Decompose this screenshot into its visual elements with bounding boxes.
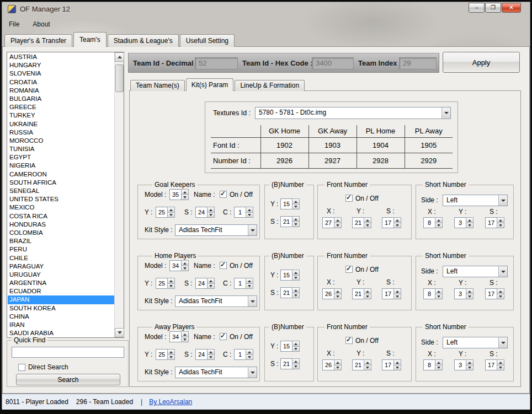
textures-id-select[interactable]: 5780 - 5781 - Dt0c.img <box>255 107 451 119</box>
team-list-item[interactable]: SOUTH KOREA <box>8 304 114 313</box>
spinner-down-icon[interactable] <box>393 294 401 300</box>
name-onoff-checkbox[interactable] <box>220 191 227 198</box>
spinner-down-icon[interactable] <box>393 223 401 229</box>
team-list-item[interactable]: CHINA <box>8 313 114 321</box>
spinner-down-icon[interactable] <box>181 266 189 272</box>
scroll-up-button[interactable] <box>115 52 124 62</box>
model-spinner[interactable]: 34 <box>169 331 189 342</box>
close-button[interactable]: ✕ <box>502 3 521 13</box>
search-button[interactable]: Search <box>16 374 120 385</box>
spinner-down-icon[interactable] <box>497 294 504 300</box>
team-list-item[interactable]: ROMANIA <box>8 87 114 95</box>
spinner-up-icon[interactable] <box>497 359 504 365</box>
team-list-item[interactable]: SENEGAL <box>8 187 114 195</box>
scroll-thumb[interactable] <box>115 64 124 92</box>
spinner-up-icon[interactable] <box>246 207 253 213</box>
tab-players-transfer[interactable]: Player's & Transfer <box>4 34 72 47</box>
front-x-spinner[interactable]: 26 <box>322 359 342 370</box>
team-list-item[interactable]: RUSSIA <box>8 128 114 137</box>
spinner-up-icon[interactable] <box>334 217 342 223</box>
team-list-item[interactable]: CROATIA <box>8 78 114 87</box>
kit-style-select[interactable]: Adidas TechFit <box>175 224 257 236</box>
scroll-down-button[interactable] <box>115 328 124 337</box>
spinner-down-icon[interactable] <box>435 294 443 300</box>
front-s-spinner[interactable]: 17 <box>382 217 401 228</box>
spinner-down-icon[interactable] <box>292 222 300 228</box>
team-list-item[interactable]: URUGUAY <box>8 271 114 279</box>
bnumber-y-spinner[interactable]: 15 <box>280 198 300 209</box>
spinner-up-icon[interactable] <box>181 331 189 337</box>
chevron-down-icon[interactable] <box>498 195 507 206</box>
short-y-spinner[interactable]: 3 <box>454 359 474 370</box>
spinner-down-icon[interactable] <box>167 213 175 218</box>
c-spinner[interactable]: 1 <box>234 278 253 289</box>
spinner-up-icon[interactable] <box>207 349 215 355</box>
spinner-up-icon[interactable] <box>292 270 300 276</box>
team-list-item[interactable]: SAUDI ARABIA <box>8 329 114 337</box>
kit-style-select[interactable]: Adidas TechFit <box>175 295 257 307</box>
spinner-up-icon[interactable] <box>466 359 474 365</box>
short-x-spinner[interactable]: 8 <box>423 359 443 370</box>
name-onoff-checkbox[interactable] <box>220 262 227 269</box>
spinner-up-icon[interactable] <box>292 216 300 222</box>
side-select[interactable]: Left <box>443 195 508 206</box>
team-list-item[interactable]: NIGERIA <box>8 162 114 170</box>
spinner-down-icon[interactable] <box>435 365 443 371</box>
title-bar[interactable]: OF Manager 12 – ❐ ✕ <box>2 2 530 17</box>
tab-teams[interactable]: Team's <box>73 32 107 47</box>
team-list-item[interactable]: BULGARIA <box>8 95 114 103</box>
apply-button[interactable]: Apply <box>443 52 520 73</box>
model-spinner[interactable]: 35 <box>169 189 189 200</box>
spinner-down-icon[interactable] <box>435 223 443 229</box>
spinner-down-icon[interactable] <box>364 294 371 300</box>
front-x-spinner[interactable]: 27 <box>322 217 342 228</box>
team-list-item[interactable]: EGYPT <box>8 153 114 162</box>
spinner-down-icon[interactable] <box>207 355 215 361</box>
spinner-down-icon[interactable] <box>292 347 300 352</box>
menu-about[interactable]: About <box>26 18 56 30</box>
spinner-up-icon[interactable] <box>181 260 189 266</box>
y-spinner[interactable]: 25 <box>156 349 175 360</box>
spinner-up-icon[interactable] <box>292 358 300 364</box>
spinner-down-icon[interactable] <box>181 195 189 201</box>
spinner-down-icon[interactable] <box>334 365 342 371</box>
spinner-up-icon[interactable] <box>435 288 443 294</box>
menu-file[interactable]: File <box>2 18 26 30</box>
tab-kits-param[interactable]: Kit(s) Param <box>186 78 234 91</box>
y-spinner[interactable]: 25 <box>156 278 175 289</box>
spinner-up-icon[interactable] <box>167 349 175 355</box>
spinner-up-icon[interactable] <box>497 217 504 223</box>
spinner-down-icon[interactable] <box>466 294 474 300</box>
y-spinner[interactable]: 25 <box>156 207 175 218</box>
short-s-spinner[interactable]: 17 <box>485 359 504 370</box>
model-spinner[interactable]: 34 <box>169 260 189 271</box>
spinner-up-icon[interactable] <box>364 359 371 365</box>
spinner-down-icon[interactable] <box>292 276 300 281</box>
credit-link[interactable]: By LeoArsalan <box>149 398 192 406</box>
team-list-item[interactable]: PERU <box>8 245 114 254</box>
team-list-item[interactable]: JAPAN <box>8 295 114 304</box>
short-y-spinner[interactable]: 3 <box>454 288 474 299</box>
spinner-up-icon[interactable] <box>292 198 300 205</box>
team-list-item[interactable]: COLOMBIA <box>8 229 114 237</box>
short-s-spinner[interactable]: 17 <box>485 288 504 299</box>
spinner-up-icon[interactable] <box>466 288 474 294</box>
spinner-down-icon[interactable] <box>334 223 342 229</box>
team-listbox[interactable]: AUSTRIAHUNGARYSLOVENIACROATIAROMANIABULG… <box>7 52 124 338</box>
spinner-up-icon[interactable] <box>292 287 300 293</box>
spinner-up-icon[interactable] <box>435 217 443 223</box>
spinner-up-icon[interactable] <box>207 207 215 213</box>
bnumber-s-spinner[interactable]: 21 <box>280 287 300 298</box>
name-onoff-checkbox[interactable] <box>220 333 227 340</box>
short-y-spinner[interactable]: 3 <box>454 217 474 228</box>
spinner-down-icon[interactable] <box>393 365 401 371</box>
c-spinner[interactable]: 1 <box>234 349 253 360</box>
front-number-onoff-checkbox[interactable] <box>345 195 353 202</box>
team-list-item[interactable]: HONDURAS <box>8 221 114 229</box>
spinner-down-icon[interactable] <box>466 365 474 371</box>
side-select[interactable]: Left <box>443 337 508 348</box>
tab-stadium-leagues[interactable]: Stadium & League's <box>108 34 179 47</box>
c-spinner[interactable]: 1 <box>234 207 253 218</box>
spinner-up-icon[interactable] <box>466 217 474 223</box>
short-x-spinner[interactable]: 8 <box>423 217 443 228</box>
